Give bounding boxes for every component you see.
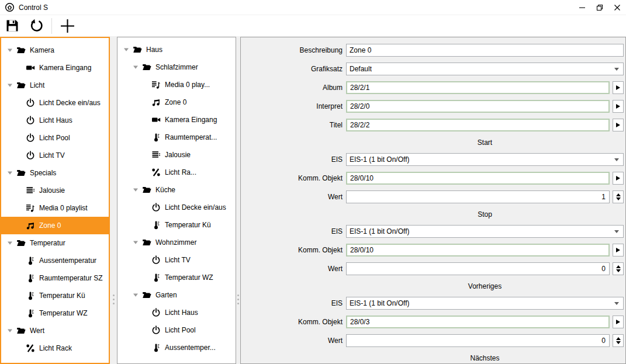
album-input[interactable] <box>346 81 610 94</box>
power-icon <box>151 325 161 335</box>
tree-item-raumtemperatur-sz[interactable]: Raumtemperatur SZ <box>1 269 109 287</box>
field-label: Komm. Objekt <box>244 246 343 254</box>
tree-item-licht-haus[interactable]: Licht Haus <box>1 112 109 129</box>
tree-item-k-che[interactable]: Küche <box>117 181 236 199</box>
tree-item-kamera-eingang[interactable]: Kamera Eingang <box>117 111 236 129</box>
expand-arrow-icon[interactable] <box>7 328 16 334</box>
tree-item-aussentemperatur[interactable]: Aussentemperatur <box>1 252 109 269</box>
tree-item-licht-ra[interactable]: Licht Ra... <box>117 164 236 181</box>
vorheriges-komm-objekt-input[interactable] <box>346 316 610 328</box>
start-wert-input[interactable] <box>346 190 610 203</box>
tree-item-temperatur-k[interactable]: Temperatur Kü <box>117 216 236 234</box>
vorheriges-eis-select[interactable]: EIS-1 (1 bit On/Off) <box>346 297 624 310</box>
stop-wert-input[interactable] <box>346 262 610 275</box>
folder-open-icon <box>142 238 151 247</box>
tree-item-zone-0[interactable]: Zone 0 <box>1 217 109 234</box>
tree-item-aussentemper[interactable]: Aussentemper... <box>117 339 236 356</box>
splitter-grip[interactable] <box>112 294 116 304</box>
blinds-icon <box>26 186 35 195</box>
spin-up-icon[interactable] <box>616 265 621 268</box>
tree-item-temperatur-wz[interactable]: Temperatur WZ <box>1 304 109 322</box>
spin-up-icon[interactable] <box>616 193 621 196</box>
album-browse-button[interactable] <box>613 81 624 94</box>
splitter-grip[interactable] <box>236 294 240 304</box>
expand-arrow-icon[interactable] <box>7 82 16 88</box>
tree-item-zone-0[interactable]: Zone 0 <box>117 93 236 111</box>
stop-komm-objekt-input[interactable] <box>346 244 610 256</box>
beschreibung-input[interactable] <box>346 44 624 57</box>
spin-down-icon[interactable] <box>616 269 621 272</box>
start-eis-select[interactable]: EIS-1 (1 bit On/Off) <box>346 153 624 166</box>
spin-up-icon[interactable] <box>616 337 621 340</box>
expand-arrow-icon[interactable] <box>7 240 16 246</box>
tree-item-kamera-eingang[interactable]: Kamera Eingang <box>1 59 109 77</box>
start-komm-objekt-browse-button[interactable] <box>613 172 624 185</box>
stop-wert-spinner[interactable] <box>613 262 624 275</box>
maximize-button[interactable] <box>591 0 608 15</box>
expand-arrow-icon[interactable] <box>133 240 142 245</box>
spin-down-icon[interactable] <box>616 341 621 344</box>
tree-item-raumtemperat[interactable]: Raumtemperat... <box>117 129 236 146</box>
tree-item-kamera[interactable]: Kamera <box>1 41 109 59</box>
form-row: Album <box>244 81 624 94</box>
interpret-browse-button[interactable] <box>613 100 624 113</box>
tree-item-licht-decke-ein-aus[interactable]: Licht Decke ein/aus <box>1 94 109 112</box>
tree-item-label: Kamera <box>30 46 54 54</box>
tree-item-media-0-play[interactable]: Media 0 play... <box>117 76 236 93</box>
vorheriges-wert-spinner[interactable] <box>613 334 624 347</box>
tree-item-licht-pool[interactable]: Licht Pool <box>117 321 236 339</box>
tree-item-temperatur-k[interactable]: Temperatur Kü <box>1 287 109 304</box>
add-button[interactable] <box>60 18 75 33</box>
minimize-button[interactable] <box>573 0 591 15</box>
folder-open-icon <box>142 290 151 300</box>
titel-browse-button[interactable] <box>613 119 624 131</box>
close-button[interactable] <box>608 0 626 15</box>
tree-item-licht-rack[interactable]: Licht Rack <box>1 339 109 357</box>
tree-item-licht-pool[interactable]: Licht Pool <box>1 129 109 147</box>
tree-item-licht-haus[interactable]: Licht Haus <box>117 304 236 321</box>
structure-tree-panel: HausSchlafzimmerMedia 0 play...Zone 0Kam… <box>117 37 236 364</box>
tree-item-garten[interactable]: Garten <box>117 286 236 304</box>
tree-item-label: Haus <box>146 46 162 54</box>
tree-item-temperatur-wz[interactable]: Temperatur WZ <box>117 269 236 286</box>
start-komm-objekt-input[interactable] <box>346 172 610 185</box>
section-header-n-chstes: Nächstes <box>470 354 499 362</box>
expand-arrow-icon[interactable] <box>133 187 142 193</box>
vorheriges-komm-objekt-browse-button[interactable] <box>613 316 624 328</box>
properties-form: BeschreibungGrafiksatzDefaultAlbumInterp… <box>241 37 625 363</box>
expand-arrow-icon[interactable] <box>7 47 16 53</box>
tree-item-licht-tv[interactable]: Licht TV <box>117 251 236 269</box>
tree-item-licht[interactable]: Licht <box>1 77 109 94</box>
tree-item-licht-tv[interactable]: Licht TV <box>1 147 109 164</box>
field-label: Album <box>244 84 343 92</box>
grafiksatz-select[interactable]: Default <box>346 63 624 75</box>
tree-item-specials[interactable]: Specials <box>1 164 109 182</box>
titel-input[interactable] <box>346 119 610 131</box>
tree-item-temperatur[interactable]: Temperatur <box>1 234 109 252</box>
expand-arrow-icon[interactable] <box>133 292 142 298</box>
tree-item-licht-decke-ein-aus[interactable]: Licht Decke ein/aus <box>117 199 236 216</box>
spin-down-icon[interactable] <box>616 197 621 200</box>
stop-komm-objekt-browse-button[interactable] <box>613 244 624 256</box>
main-area: KameraKamera EingangLichtLicht Decke ein… <box>0 36 626 364</box>
tree-item-wert[interactable]: Wert <box>1 322 109 339</box>
tree-item-wohnzimmer[interactable]: Wohnzimmer <box>117 234 236 251</box>
interpret-input[interactable] <box>346 100 610 113</box>
tree-item-media-0-playlist[interactable]: Media 0 playlist <box>1 199 109 217</box>
vorheriges-wert-input[interactable] <box>346 334 610 347</box>
tree-item-jalousie[interactable]: Jalousie <box>1 182 109 199</box>
stop-eis-select[interactable]: EIS-1 (1 bit On/Off) <box>346 225 624 238</box>
expand-arrow-icon[interactable] <box>133 64 142 70</box>
expand-arrow-icon[interactable] <box>123 47 133 53</box>
tree-item-haus[interactable]: Haus <box>117 41 236 58</box>
tree-item-label: Raumtemperatur SZ <box>39 274 103 282</box>
tree-item-jalousie[interactable]: Jalousie <box>117 146 236 164</box>
tree-item-label: Kamera Eingang <box>39 64 91 72</box>
start-wert-spinner[interactable] <box>613 190 624 203</box>
tree-item-schlafzimmer[interactable]: Schlafzimmer <box>117 58 236 76</box>
form-row: Wert <box>244 262 624 275</box>
save-button[interactable] <box>5 18 20 33</box>
expand-arrow-icon[interactable] <box>7 170 16 176</box>
tree-item-label: Aussentemper... <box>165 344 216 352</box>
refresh-button[interactable] <box>28 18 43 33</box>
